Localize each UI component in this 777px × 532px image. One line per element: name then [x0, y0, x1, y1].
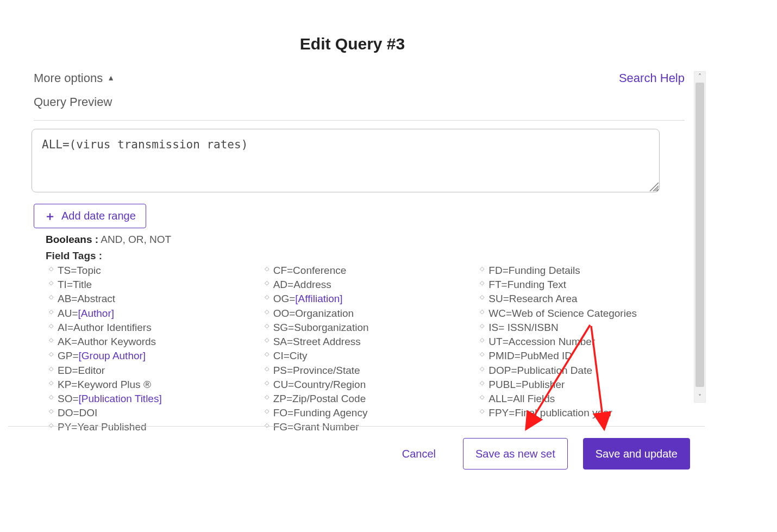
field-tag-text: AI=Author Identifiers	[58, 321, 152, 335]
scrollbar[interactable]: ˄ ˅	[694, 71, 706, 403]
diamond-icon: ◇	[265, 365, 269, 373]
field-tag-text: PUBL=Publisher	[488, 378, 565, 392]
scroll-down-icon[interactable]: ˅	[694, 392, 705, 402]
header-row: More options ▲ Search Help Query Preview	[34, 71, 685, 109]
diamond-icon: ◇	[265, 379, 269, 387]
diamond-icon: ◇	[480, 293, 484, 301]
dialog-title: Edit Query #3	[0, 35, 705, 53]
field-tag: ◇SG=Suborganization	[265, 321, 469, 335]
footer-divider	[8, 426, 705, 427]
field-tag: ◇TS=Topic	[49, 264, 254, 278]
field-tag: ◇ZP=Zip/Postal Code	[265, 392, 469, 406]
diamond-icon: ◇	[265, 350, 269, 358]
diamond-icon: ◇	[265, 308, 269, 316]
field-tag-text: AB=Abstract	[58, 292, 115, 306]
diamond-icon: ◇	[480, 365, 484, 373]
diamond-icon: ◇	[49, 265, 53, 273]
field-tag: ◇CI=City	[265, 349, 469, 363]
field-tag: ◇ALL=All Fields	[480, 392, 685, 406]
field-tag-text: DOP=Publication Date	[488, 364, 592, 378]
field-tags-label: Field Tags :	[46, 250, 102, 262]
booleans-label: Booleans :	[46, 234, 98, 245]
field-tag: ◇AD=Address	[265, 278, 469, 292]
field-tag-text: TS=Topic	[58, 264, 101, 278]
diamond-icon: ◇	[265, 336, 269, 344]
diamond-icon: ◇	[265, 279, 269, 287]
caret-up-icon: ▲	[107, 73, 115, 82]
field-tag: ◇DO=DOI	[49, 406, 254, 420]
field-tag: ◇TI=Title	[49, 278, 254, 292]
field-tag[interactable]: ◇SO=[Publication Titles]	[49, 392, 254, 406]
field-tag[interactable]: ◇OG=[Affiliation]	[265, 292, 469, 306]
field-tag: ◇SA=Street Address	[265, 335, 469, 349]
field-tag-text: FO=Funding Agency	[273, 406, 368, 420]
diamond-icon: ◇	[49, 350, 53, 358]
field-tag-text: SA=Street Address	[273, 335, 361, 349]
field-tag: ◇PS=Province/State	[265, 364, 469, 378]
field-tag: ◇FG=Grant Number	[265, 420, 469, 434]
field-tag: ◇PUBL=Publisher	[480, 378, 685, 392]
diamond-icon: ◇	[49, 365, 53, 373]
diamond-icon: ◇	[480, 279, 484, 287]
field-tag: ◇FO=Funding Agency	[265, 406, 469, 420]
field-tag: ◇FD=Funding Details	[480, 264, 685, 278]
cancel-button[interactable]: Cancel	[390, 439, 448, 469]
field-tag-text: CU=Country/Region	[273, 378, 366, 392]
diamond-icon: ◇	[49, 279, 53, 287]
diamond-icon: ◇	[480, 407, 484, 415]
add-date-range-button[interactable]: ＋ Add date range	[34, 204, 146, 228]
diamond-icon: ◇	[49, 421, 53, 429]
more-options-toggle[interactable]: More options ▲	[34, 71, 685, 85]
field-tag: ◇FT=Funding Text	[480, 278, 685, 292]
field-tag-text: KP=Keyword Plus ®	[58, 378, 151, 392]
save-and-update-button[interactable]: Save and update	[583, 438, 690, 470]
field-tag: ◇AI=Author Identifiers	[49, 321, 254, 335]
field-tags-grid: ◇TS=Topic◇TI=Title◇AB=Abstract◇AU=[Autho…	[49, 264, 685, 435]
diamond-icon: ◇	[480, 393, 484, 401]
diamond-icon: ◇	[49, 407, 53, 415]
field-tag: ◇ED=Editor	[49, 364, 254, 378]
field-tag: ◇IS= ISSN/ISBN	[480, 321, 685, 335]
diamond-icon: ◇	[480, 379, 484, 387]
field-tag-text: CF=Conference	[273, 264, 347, 278]
field-tag: ◇PY=Year Published	[49, 420, 254, 434]
save-as-new-set-button[interactable]: Save as new set	[463, 438, 568, 470]
diamond-icon: ◇	[265, 407, 269, 415]
query-preview-label: Query Preview	[34, 95, 685, 109]
search-help-link[interactable]: Search Help	[619, 71, 685, 85]
diamond-icon: ◇	[480, 350, 484, 358]
query-textarea[interactable]	[32, 129, 660, 192]
field-tag-text: PY=Year Published	[58, 420, 147, 434]
field-tag-text: PS=Province/State	[273, 364, 360, 378]
field-tags-col-3: ◇FD=Funding Details◇FT=Funding Text◇SU=R…	[480, 264, 685, 435]
diamond-icon: ◇	[49, 308, 53, 316]
field-tag-text: IS= ISSN/ISBN	[488, 321, 558, 335]
diamond-icon: ◇	[265, 322, 269, 330]
field-tag-text: AU=[Author]	[58, 306, 114, 321]
field-tag-text: UT=Accession Number	[488, 335, 595, 349]
diamond-icon: ◇	[480, 322, 484, 330]
field-tag-text: ALL=All Fields	[488, 392, 555, 406]
field-tag-text: SO=[Publication Titles]	[58, 392, 162, 406]
field-tag-text: FPY=Final publication year	[488, 406, 612, 420]
diamond-icon: ◇	[265, 393, 269, 401]
plus-icon: ＋	[44, 210, 56, 222]
edit-query-dialog: Edit Query #3 More options ▲ Search Help…	[0, 0, 777, 532]
field-tag-text: TI=Title	[58, 278, 92, 292]
diamond-icon: ◇	[49, 379, 53, 387]
field-tag-text: FT=Funding Text	[488, 278, 566, 292]
field-tag-text: SU=Research Area	[488, 292, 577, 306]
diamond-icon: ◇	[49, 336, 53, 344]
scroll-up-icon[interactable]: ˄	[694, 72, 705, 82]
scroll-thumb[interactable]	[695, 83, 704, 387]
field-tag: ◇SU=Research Area	[480, 292, 685, 306]
diamond-icon: ◇	[480, 265, 484, 273]
field-tag: ◇PMID=PubMed ID	[480, 349, 685, 363]
more-options-label: More options	[34, 71, 103, 85]
field-tag[interactable]: ◇GP=[Group Author]	[49, 349, 254, 363]
booleans-help: Booleans : AND, OR, NOT	[46, 234, 171, 246]
field-tag[interactable]: ◇AU=[Author]	[49, 306, 254, 321]
field-tag: ◇AK=Author Keywords	[49, 335, 254, 349]
field-tag: ◇CU=Country/Region	[265, 378, 469, 392]
field-tag: ◇AB=Abstract	[49, 292, 254, 306]
